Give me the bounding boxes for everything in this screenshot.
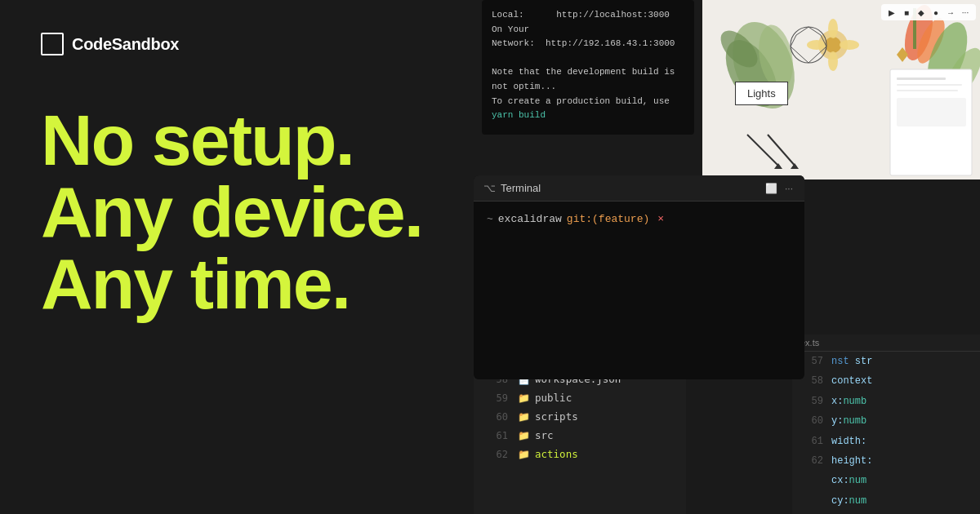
terminal-controls: ⬜ ··· (765, 183, 795, 194)
play-icon[interactable]: ▶ (886, 7, 898, 18)
hero-section: CodeSandbox No setup. Any device. Any ti… (0, 0, 474, 514)
logo-text: CodeSandbox (72, 35, 179, 54)
prompt-path: excalidraw (498, 213, 562, 225)
prompt-tilde: ~ (487, 213, 493, 225)
design-canvas: Lights ▶ ■ ◆ ● → ··· (702, 0, 980, 179)
server-line-note: Note that the development build is not o… (492, 65, 684, 94)
file-row-3: 59 📁 public (474, 388, 686, 407)
prompt-cursor: × (657, 213, 664, 225)
file-row-6: 62 📁 actions (474, 445, 686, 463)
folder-name-src[interactable]: src (535, 429, 554, 441)
diamond-icon[interactable]: ◆ (915, 7, 927, 18)
arrow-right-icon[interactable]: → (945, 7, 956, 18)
line-num-60: 60 (483, 411, 508, 423)
code-line-61: 61 width: (792, 432, 980, 451)
hero-headline: No setup. Any device. Any time. (41, 104, 433, 320)
lights-text: Lights (747, 87, 776, 100)
folder-icon-public: 📁 (518, 392, 530, 404)
folder-icon-src: 📁 (518, 430, 530, 441)
logo-icon (41, 33, 64, 55)
line-num-62: 62 (483, 449, 508, 460)
folder-name-public[interactable]: public (535, 392, 572, 404)
code-filename: ex.ts (792, 335, 980, 352)
folder-icon-actions: 📁 (518, 449, 530, 460)
svg-rect-31 (897, 90, 958, 91)
file-row-4: 60 📁 scripts (474, 407, 686, 426)
terminal-panel: ⌥ Terminal ⬜ ··· ~ excalidraw git:(featu… (474, 175, 804, 379)
terminal-title-left: ⌥ Terminal (483, 182, 541, 194)
code-line-60: 60 y: numb (792, 411, 980, 431)
circle-icon[interactable]: ● (930, 7, 942, 18)
design-toolbar: ▶ ■ ◆ ● → ··· (881, 4, 976, 20)
line-num-61: 61 (483, 430, 508, 441)
code-line-59: 59 x: numb (792, 392, 980, 411)
code-line-62: 62 height: (792, 451, 980, 471)
server-line-build: To create a production build, use yarn b… (492, 95, 684, 123)
folder-name-actions[interactable]: actions (535, 448, 578, 460)
code-line-57: 57 nst str (792, 352, 980, 371)
prompt-branch: git:(feature) (567, 213, 649, 225)
terminal-more-btn[interactable]: ··· (783, 183, 795, 194)
logo-container: CodeSandbox (41, 33, 433, 55)
svg-point-7 (828, 19, 838, 38)
server-output: Local: http://localhost:3000 On Your Net… (482, 0, 694, 131)
terminal-prompt-line: ~ excalidraw git:(feature) × (487, 213, 791, 225)
terminal-prompt-icon: ⌥ (483, 182, 496, 194)
terminal-title-text: Terminal (501, 182, 541, 194)
panels-area: Local: http://localhost:3000 On Your Net… (474, 0, 980, 514)
svg-rect-30 (897, 84, 962, 86)
server-panel: Local: http://localhost:3000 On Your Net… (482, 0, 694, 135)
code-line-cy: cy: num (792, 491, 980, 511)
folder-name-scripts[interactable]: scripts (535, 410, 578, 423)
code-line-cx: cx: num (792, 471, 980, 490)
svg-point-10 (840, 40, 859, 50)
folder-icon-scripts: 📁 (518, 411, 530, 423)
line-num-59: 59 (483, 392, 508, 404)
server-line-network: On Your Network: http://192.168.43.1:300… (492, 23, 684, 51)
svg-point-6 (825, 37, 841, 53)
server-line-local: Local: http://localhost:3000 (492, 8, 684, 23)
design-panel: Lights ▶ ■ ◆ ● → ··· (702, 0, 980, 179)
svg-point-8 (828, 51, 838, 71)
server-line-blank (492, 51, 684, 66)
code-line-58: 58 context (792, 371, 980, 391)
more-icon[interactable]: ··· (960, 7, 971, 18)
terminal-body: ~ excalidraw git:(feature) × (474, 202, 804, 237)
svg-rect-32 (897, 98, 966, 126)
lights-label-box: Lights (735, 82, 788, 105)
hero-line-1: No setup. (41, 104, 433, 176)
terminal-expand-btn[interactable]: ⬜ (765, 183, 777, 194)
hero-line-3: Any time. (41, 248, 433, 320)
hero-line-2: Any device. (41, 176, 433, 248)
file-row-5: 61 📁 src (474, 426, 686, 445)
stop-icon[interactable]: ■ (901, 7, 912, 18)
code-panel: ex.ts 57 nst str 58 context 59 x: numb 6… (792, 335, 980, 514)
terminal-titlebar: ⌥ Terminal ⬜ ··· (474, 175, 804, 202)
svg-rect-29 (897, 78, 946, 80)
yarn-build-text: yarn build (492, 110, 546, 120)
